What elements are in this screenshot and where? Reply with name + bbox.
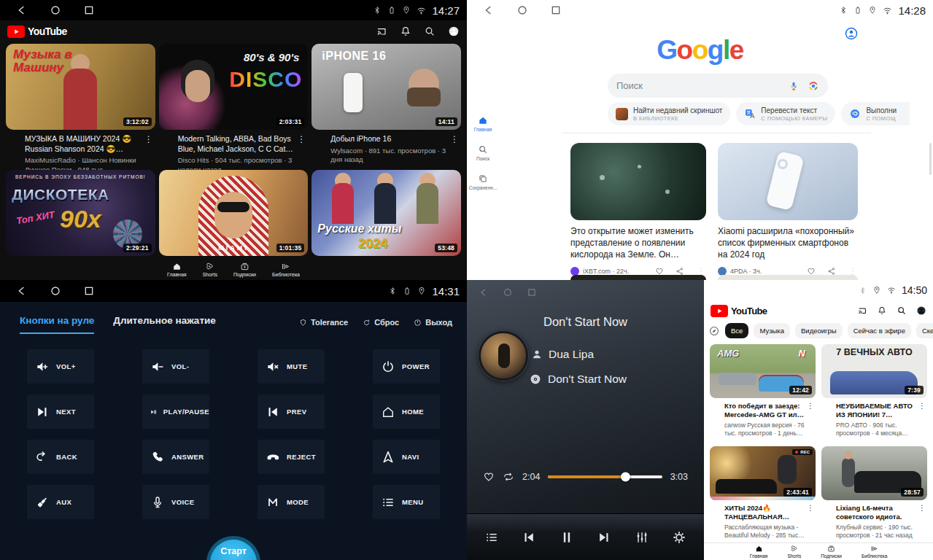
key-voice[interactable]: VOICE — [142, 485, 209, 519]
notifications-icon[interactable] — [877, 306, 887, 316]
video-title[interactable]: Добыл iPhone 16 — [330, 134, 449, 144]
nav-recents-icon[interactable] — [83, 285, 95, 297]
nav-back-icon[interactable] — [483, 4, 495, 16]
news-card[interactable]: Это открытие может изменить представлени… — [570, 143, 706, 276]
previous-track-icon[interactable] — [522, 530, 536, 545]
video-card[interactable]: ВЕРНИСЬ В ЭПОХУ БЕЗЗАБОТНЫХ РИТМОВ! ДИСК… — [6, 170, 155, 271]
google-lens-icon[interactable] — [808, 80, 819, 92]
video-thumbnail[interactable]: REC 2:43:41 — [710, 446, 816, 500]
news-image[interactable] — [570, 143, 706, 220]
chip-find-screenshot[interactable]: Найти недавний скриншот В БИБЛИОТЕКЕ — [608, 102, 730, 125]
video-thumbnail[interactable]: 28:57 — [821, 446, 927, 500]
video-card[interactable]: 28:57 Lixiang L6-мечта советского идиота… — [821, 446, 927, 540]
more-options-icon[interactable] — [296, 134, 306, 175]
search-icon[interactable] — [897, 306, 907, 316]
nav-back-icon[interactable] — [16, 4, 28, 16]
news-image[interactable] — [718, 143, 858, 220]
more-options-icon[interactable] — [144, 134, 154, 175]
nav-tab-home[interactable]: Главная — [750, 545, 768, 559]
nav-back-icon[interactable] — [16, 285, 28, 297]
key-play-pause[interactable]: PLAY/PAUSE — [142, 394, 209, 429]
video-thumbnail[interactable]: 7 ВЕЧНЫХ АВТО 7:39 — [821, 344, 927, 398]
rail-item-saved[interactable]: Сохраненн... — [469, 174, 498, 190]
video-card[interactable]: MIAMI 1:01:35 Top Mix Deep House Miami M… — [159, 170, 309, 271]
nav-tab-library[interactable]: Библиотека — [862, 545, 887, 559]
nav-tab-shorts[interactable]: Shorts — [787, 545, 801, 559]
chip-live[interactable]: Сейчас в эфире — [848, 323, 911, 338]
nav-tab-shorts[interactable]: Shorts — [203, 262, 217, 277]
seek-bar[interactable] — [548, 475, 662, 478]
next-track-icon[interactable] — [597, 530, 611, 545]
nav-home-icon[interactable] — [503, 287, 513, 298]
chip-gaming[interactable]: Видеоигры — [795, 323, 843, 338]
more-options-icon[interactable] — [917, 402, 927, 438]
video-card[interactable]: 7 ВЕЧНЫХ АВТО 7:39 НЕУБИВАЕМЫЕ АВТО ИЗ Я… — [821, 344, 927, 438]
video-thumbnail[interactable]: ВЕРНИСЬ В ЭПОХУ БЕЗЗАБОТНЫХ РИТМОВ! ДИСК… — [6, 170, 155, 256]
video-title[interactable]: ХИТЫ 2024🔥 ТАНЦЕВАЛЬНАЯ МУЗЫКА🔥 СБОРНИК … — [724, 504, 805, 522]
queue-icon[interactable] — [484, 530, 499, 545]
rail-item-search[interactable]: Поиск — [476, 144, 489, 161]
key-navi[interactable]: NAVI — [373, 440, 440, 474]
nav-tab-subscriptions[interactable]: Подписки — [821, 545, 842, 559]
nav-recents-icon[interactable] — [83, 4, 95, 16]
settings-gear-icon[interactable] — [672, 530, 686, 545]
rail-item-home[interactable]: Главная — [474, 115, 492, 132]
tolerance-button[interactable]: Tolerance — [299, 318, 348, 327]
repeat-icon[interactable] — [503, 471, 514, 483]
key-vol-minus[interactable]: VOL- — [142, 349, 209, 384]
key-back[interactable]: BACK — [27, 440, 94, 474]
chip-translate[interactable]: Перевести текст С ПОМОЩЬЮ КАМЕРЫ — [736, 102, 835, 125]
chip-actions[interactable]: Выполни С ПОМОЩ — [841, 102, 910, 125]
key-answer[interactable]: ANSWER — [142, 440, 209, 474]
nav-home-icon[interactable] — [516, 4, 528, 16]
chip-sketch[interactable]: Скетч-шоу — [916, 323, 933, 338]
nav-recents-icon[interactable] — [550, 4, 562, 16]
key-mode[interactable]: MODE — [258, 485, 325, 519]
key-aux[interactable]: AUX — [27, 485, 94, 519]
nav-tab-library[interactable]: Библиотека — [272, 262, 300, 277]
nav-recents-icon[interactable] — [527, 287, 537, 298]
tab-steering-keys[interactable]: Кнопки на руле — [20, 315, 94, 334]
cast-icon[interactable] — [376, 26, 387, 37]
nav-back-icon[interactable] — [479, 287, 489, 298]
key-mute[interactable]: MUTE — [258, 349, 325, 384]
video-card[interactable]: Музыка вМашину 3:12:02 МУЗЫКА В МАШИНУ 2… — [6, 44, 155, 175]
video-thumbnail[interactable]: iPHONE 16 14:11 — [311, 44, 461, 130]
key-menu[interactable]: MENU — [373, 485, 440, 519]
video-card[interactable]: 80's & 90's DISCO 2:03:31 Modern Talking… — [159, 44, 309, 175]
video-thumbnail[interactable]: Русские хиты 2024 53:48 — [311, 170, 461, 256]
reset-button[interactable]: Сброс — [363, 318, 399, 327]
notifications-icon[interactable] — [400, 26, 411, 37]
key-next[interactable]: NEXT — [27, 394, 94, 429]
chip-all[interactable]: Все — [725, 323, 748, 338]
news-headline[interactable]: Это открытие может изменить представлени… — [570, 226, 706, 260]
tab-long-press[interactable]: Длительное нажатие — [113, 315, 215, 334]
search-icon[interactable] — [424, 26, 435, 37]
nav-home-icon[interactable] — [50, 285, 61, 297]
video-card[interactable]: Русские хиты 2024 53:48 РУССКИЕ ХИТЫ 202… — [311, 170, 461, 271]
voice-search-icon[interactable] — [789, 81, 799, 91]
video-title[interactable]: Lixiang L6-мечта советского идиота. — [836, 504, 917, 522]
key-power[interactable]: POWER — [373, 349, 440, 384]
video-title[interactable]: Кто победит в заезде: Mercedes-AMG GT ил… — [724, 402, 805, 420]
video-title[interactable]: НЕУБИВАЕМЫЕ АВТО ИЗ ЯПОНИИ! 7 ЛУЧШИХ ВАР… — [836, 402, 917, 420]
nav-tab-subscriptions[interactable]: Подписки — [233, 262, 256, 277]
key-prev[interactable]: PREV — [258, 394, 325, 429]
key-vol-plus[interactable]: VOL+ — [27, 349, 94, 384]
avatar[interactable] — [448, 26, 460, 37]
pause-icon[interactable] — [560, 530, 574, 545]
video-card[interactable]: iPHONE 16 14:11 Добыл iPhone 16 Wylsacom… — [311, 44, 461, 175]
video-thumbnail[interactable]: 80's & 90's DISCO 2:03:31 — [159, 44, 309, 130]
video-title[interactable]: Modern Talking, ABBA, Bad Boys Blue, Mic… — [178, 134, 297, 154]
key-reject[interactable]: REJECT — [258, 440, 325, 474]
more-options-icon[interactable] — [805, 504, 816, 540]
youtube-logo[interactable]: YouTube — [7, 26, 67, 38]
equalizer-icon[interactable] — [635, 530, 649, 545]
more-options-icon[interactable] — [805, 402, 816, 438]
key-home[interactable]: HOME — [373, 394, 440, 429]
more-options-icon[interactable] — [917, 504, 927, 540]
favorite-icon[interactable] — [483, 471, 495, 483]
start-button[interactable]: Старт — [206, 536, 260, 560]
scrollbar[interactable] — [929, 143, 932, 175]
search-input[interactable]: Поиск — [608, 74, 828, 98]
